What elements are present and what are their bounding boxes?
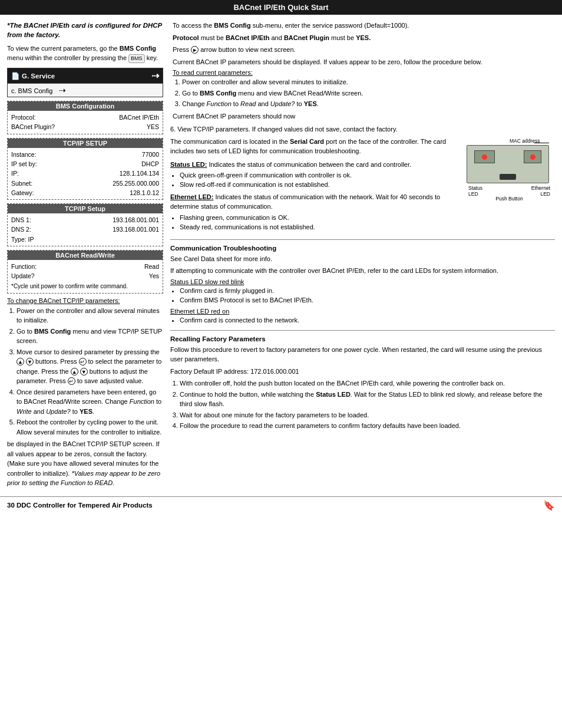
service-arrow-icon: ⇢ [151,70,159,81]
comm-trouble-title: Communication Troubleshooting [170,245,555,252]
comm-card-text: The communication card is located in the… [170,138,446,155]
bms-key[interactable]: BMS [128,54,145,63]
factory-step-2: Continue to hold the button, while watch… [180,390,555,409]
page: BACnet IP/Eth Quick Start *The BACnet IP… [0,0,562,728]
up-arrow2-icon[interactable]: ▲ [71,368,78,375]
up-arrow-icon[interactable]: ▲ [16,358,24,365]
eth-red-bullet-1: Confirm card is connected to the network… [180,316,555,325]
tcpip-setup-body: Instance: 77000 IP set by: DHCP IP: 128.… [8,148,163,199]
status-led-box [474,150,495,163]
read-step-1: Power on controller and allow several mi… [182,77,555,87]
tcpip-gateway-row: Gatewy: 128.1.0.12 [11,188,159,197]
footer-icon: 🔖 [543,500,555,511]
status-led-bullet-1: Quick green-off-green if communication w… [180,171,458,180]
status-slow-red-title: Status LED slow red blink [170,278,555,285]
rw-function-row: Function: Read [11,262,159,271]
tcpip-ipsetby-value: DHCP [141,159,159,169]
down-arrow2-icon[interactable]: ▼ [80,368,88,375]
page-header: BACnet IP/Eth Quick Start [0,0,562,15]
access-bms-text: To access the BMS Config sub-menu, enter… [173,21,555,31]
header-title: BACnet IP/Eth Quick Start [233,3,328,12]
current-params2-text: Current BACnet IP parameters should now [173,111,555,121]
down-arrow-icon[interactable]: ▼ [26,358,34,365]
tcpip-ipsetby-row: IP set by: DHCP [11,159,159,169]
read-step-2-text: Go to BMS Config menu and view BACnet Re… [182,90,363,97]
eth-red-bullets: Confirm card is connected to the network… [180,316,555,325]
ethernet-led-diagram-label: EthernetLED [531,185,550,197]
right-arrow-icon[interactable]: ► [191,46,199,54]
footer-left: 30 DDC Controller for Tempered Air Produ… [7,502,153,509]
card-diagram-container: MAC address [464,137,555,205]
factory-step-2-text: Continue to hold the button, while watch… [180,391,543,408]
tcpip-instance-value: 77000 [142,150,159,159]
read-params-steps: Power on controller and allow several mi… [182,77,555,109]
type-label: Type: IP [11,235,34,244]
dns2-row: DNS 2: 193.168.001.001 [11,225,159,234]
bms-config-box: BMS Configuration Protocol: BACnet IP/Et… [7,101,163,134]
service-sub: c. BMS Config ⇢ [8,83,163,97]
right-top-section: The communication card is located in the… [170,137,555,235]
current-params-text: Current BACnet IP parameters should be d… [173,57,555,67]
status-slow-bullet-2: Confirm BMS Protocol is set to BACnet IP… [180,296,555,305]
left-column: *The BACnet IP/Eth card is configured fo… [7,21,163,490]
change-step-2-text: Go to BMS Config menu and view TCP/IP SE… [16,328,162,345]
factory-step-3: Wait for about one minute for the factor… [180,410,555,420]
dns2-label: DNS 2: [11,225,31,234]
tcpip-instance-row: Instance: 77000 [11,150,159,159]
ethernet-led-bullet-1: Flashing green, communication is OK. [180,213,458,223]
bms-config-plugin-value: YES [147,122,159,131]
change-params-title-text: To change BACnet TCP/IP parameters: [7,297,120,304]
factory-steps: With controller off, hold the push butto… [180,378,555,431]
tcpip-setup2-body: DNS 1: 193.168.001.001 DNS 2: 193.168.00… [8,213,163,246]
status-slow-red-bullets: Confirm card is firmly plugged in. Confi… [180,286,555,305]
service-header: 📄 G. Service ⇢ [8,68,163,83]
comm-trouble-para: If attempting to communicate with the co… [170,266,555,276]
ethernet-led-bullets: Flashing green, communication is OK. Ste… [180,213,458,232]
change-step-1-text: Power on the controller and allow severa… [16,307,160,324]
tcpip-ip-row: IP: 128.1.104.134 [11,169,159,178]
right-column: To access the BMS Config sub-menu, enter… [170,21,555,490]
factory-step-3-text: Wait for about one minute for the factor… [180,411,369,419]
tcpip-ip-label: IP: [11,169,19,178]
bottom-text-content: be displayed in the BACnet TCP/IP SETUP … [7,440,160,486]
factory-step-1-text: With controller off, hold the push butto… [180,380,505,387]
factory-para1: Follow this procedure to revert to facto… [170,345,555,364]
tcpip-subnet-value: 255.255.000.000 [113,179,159,188]
push-button[interactable] [500,174,516,180]
tcpip-ip-value: 128.1.104.134 [120,169,159,178]
rw-function-value: Read [144,262,159,271]
comm-trouble-intro: See Carel Data sheet for more info. [170,254,555,264]
ethernet-led-box [524,150,541,163]
card-diagram-area: MAC address [464,137,555,235]
step6-number: 6. View TCP/IP parameters. If changed va… [170,126,398,133]
status-led-bullets: Quick green-off-green if communication w… [180,171,458,190]
press-arrow-text: Press ► arrow button to view next screen… [173,45,555,55]
status-led-bullet-2: Slow red-off-red if communication is not… [180,180,458,190]
change-step-1: Power on the controller and allow severa… [16,306,163,325]
save-icon[interactable]: ↵ [68,377,75,385]
intro-text: To view the current parameters, go the B… [7,45,158,61]
rule-2 [170,330,555,331]
rw-update-value: Yes [149,271,159,281]
change-params-steps: Power on the controller and allow severa… [16,306,163,437]
ethernet-led-indicator [530,154,535,160]
tcpip-setup2-header: TCP/IP Setup [8,204,163,213]
ethernet-led-bullet-2: Steady red, communications is not establ… [180,223,458,232]
tcpip-subnet-row: Subnet: 255.255.000.000 [11,179,159,188]
read-step-3: Change Function to Read and Update? to Y… [182,99,555,109]
bms-config-row-2: BACnet Plugin? YES [11,122,159,131]
tcpip-ipsetby-label: IP set by: [11,159,37,169]
instructions-box: To access the BMS Config sub-menu, enter… [170,21,555,121]
footer-desc: DDC Controller for Tempered Air Products [16,502,153,509]
tcpip-setup2-box: TCP/IP Setup DNS 1: 193.168.001.001 DNS … [7,203,163,246]
eth-red-title: Ethernet LED red on [170,308,555,315]
rw-function-label: Function: [11,262,37,271]
select-icon[interactable]: ↵ [79,358,87,365]
mac-address-line [534,143,549,143]
status-slow-bullet-1: Confirm card is firmly plugged in. [180,286,555,296]
status-led-diagram-label: StatusLED [468,185,482,197]
ethernet-led-desc-para: Ethernet LED: Indicates the status of co… [170,192,458,212]
dns1-value: 193.168.001.001 [113,215,159,225]
push-button-label: Push Button [495,196,523,202]
bms-config-header: BMS Configuration [8,101,163,111]
